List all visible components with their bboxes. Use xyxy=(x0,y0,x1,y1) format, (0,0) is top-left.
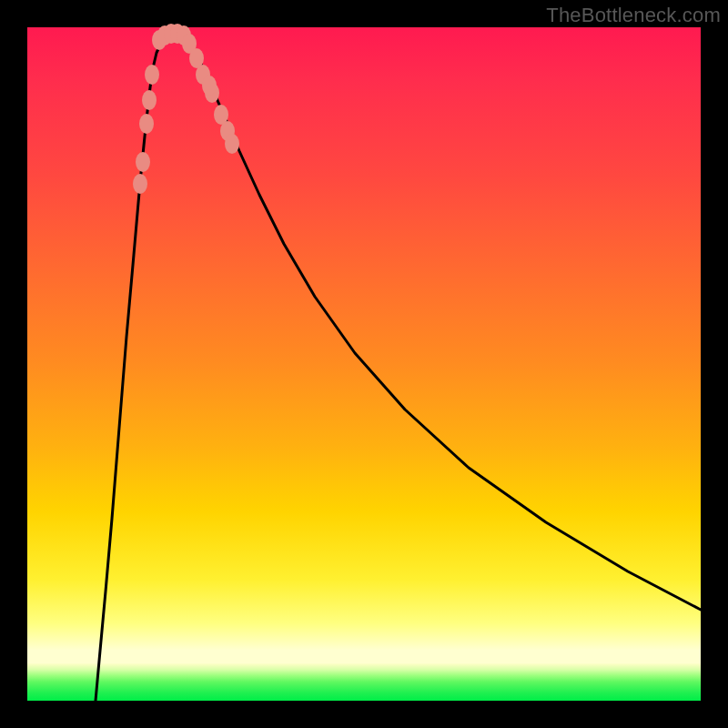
watermark-text: TheBottleneck.com xyxy=(546,4,721,27)
marker-dots xyxy=(133,24,239,194)
chart-frame: TheBottleneck.com xyxy=(0,0,728,728)
svg-point-0 xyxy=(133,174,147,194)
svg-point-1 xyxy=(136,152,150,172)
left-curve xyxy=(96,33,168,701)
curves-overlay xyxy=(27,27,701,701)
right-curve xyxy=(182,33,701,610)
svg-point-4 xyxy=(145,65,159,85)
svg-point-17 xyxy=(225,134,239,154)
svg-point-3 xyxy=(142,90,157,110)
plot-area xyxy=(27,27,701,701)
svg-point-2 xyxy=(139,114,154,134)
svg-point-14 xyxy=(202,76,217,96)
